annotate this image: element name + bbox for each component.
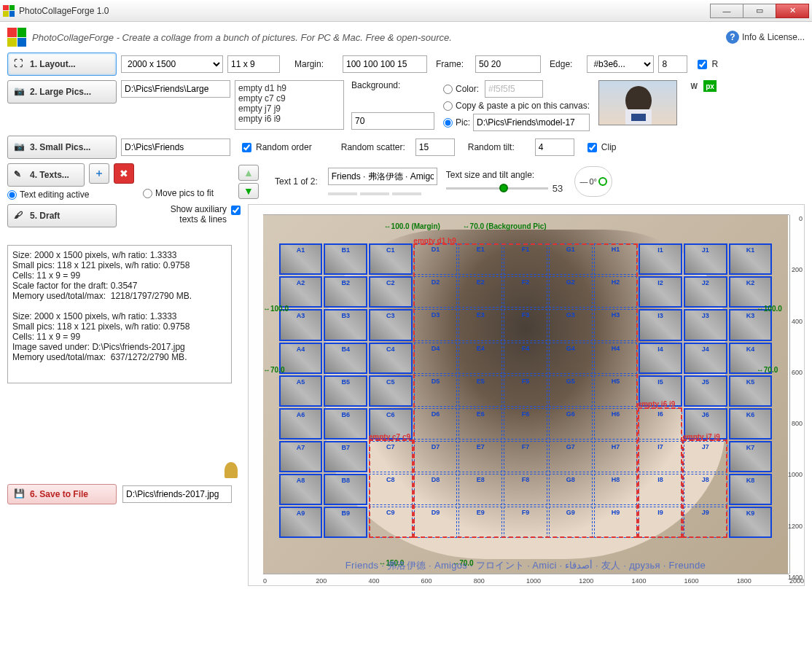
grid-input[interactable]	[227, 55, 280, 73]
save-path-input[interactable]	[122, 485, 232, 503]
resolution-select[interactable]: 2000 x 1500	[121, 55, 223, 73]
close-button[interactable]: ✕	[776, 4, 809, 18]
cell-A8[interactable]: A8	[279, 474, 323, 505]
bg-copy-label: Copy & paste a pic on this canvas:	[456, 101, 590, 111]
cell-J2[interactable]: J2	[684, 276, 727, 308]
cell-B7[interactable]: B7	[324, 441, 367, 472]
texts-button[interactable]: ✎ 4. Texts...	[7, 163, 85, 187]
y-tick: 200	[792, 266, 803, 273]
canvas-inner: A1B1C1D1E1F1G1H1I1J1K1A2B2C2D2E2F2G2H2I2…	[263, 215, 788, 574]
cell-B4[interactable]: B4	[324, 343, 367, 374]
cell-C5[interactable]: C5	[369, 375, 413, 407]
cell-C1[interactable]: C1	[369, 243, 413, 275]
cell-B2[interactable]: B2	[324, 276, 367, 308]
random-order-checkbox[interactable]	[242, 143, 251, 152]
cell-K7[interactable]: K7	[729, 441, 773, 472]
cell-C4[interactable]: C4	[369, 343, 413, 374]
cell-K2[interactable]: K2	[729, 276, 773, 308]
cell-B5[interactable]: B5	[324, 375, 367, 407]
small-pics-path-input[interactable]	[121, 138, 230, 156]
draft-button[interactable]: 🖌 5. Draft	[7, 204, 117, 227]
bg-pic-radio[interactable]	[443, 118, 453, 128]
cell-J5[interactable]: J5	[684, 375, 727, 407]
cell-K5[interactable]: K5	[729, 375, 773, 407]
save-to-file-button[interactable]: 💾 6. Save to File	[7, 484, 117, 504]
bell-icon[interactable]	[225, 462, 238, 478]
cell-B1[interactable]: B1	[324, 243, 367, 275]
cell-B3[interactable]: B3	[324, 309, 367, 340]
pixabay-icon[interactable]: px	[703, 80, 717, 92]
small-pics-button[interactable]: 📷 3. Small Pics...	[7, 136, 117, 159]
cell-C2[interactable]: C2	[369, 276, 413, 308]
margin-input[interactable]	[343, 55, 427, 73]
wikipedia-icon[interactable]: W	[687, 80, 700, 92]
large-pics-path-input[interactable]	[121, 80, 230, 98]
r-checkbox[interactable]	[698, 60, 707, 69]
empties-textarea[interactable]: empty d1 h9 empty c7 c9 empty j7 j9 empt…	[235, 80, 344, 130]
text-value-input[interactable]	[328, 168, 437, 185]
cell-I2[interactable]: I2	[639, 276, 682, 308]
cell-A7[interactable]: A7	[279, 441, 323, 472]
cell-I1[interactable]: I1	[639, 243, 682, 275]
cell-I3[interactable]: I3	[639, 309, 682, 340]
cell-A1[interactable]: A1	[279, 243, 323, 275]
cell-I4[interactable]: I4	[639, 343, 682, 374]
cell-B6[interactable]: B6	[324, 408, 367, 440]
scatter-label: Random scatter:	[341, 142, 405, 152]
bg-copy-radio[interactable]	[443, 101, 453, 111]
margin-annotation: ↔100.0 (Margin)	[384, 222, 440, 230]
text-size-slider[interactable]	[446, 187, 548, 190]
text-down-button[interactable]: ▼	[238, 183, 259, 199]
aux-checkbox[interactable]	[231, 206, 241, 215]
frame-input[interactable]	[475, 55, 541, 73]
cell-A4[interactable]: A4	[279, 343, 323, 374]
y-tick: 0	[799, 215, 803, 222]
cell-B8[interactable]: B8	[324, 474, 367, 505]
minimize-button[interactable]: —	[710, 4, 743, 18]
r-label: R	[711, 59, 718, 69]
bg-pic-path-input[interactable]	[473, 114, 590, 131]
add-text-button[interactable]: ＋	[89, 163, 109, 184]
y-tick: 800	[792, 420, 803, 427]
cell-A2[interactable]: A2	[279, 276, 323, 308]
text-editing-radio[interactable]	[7, 190, 17, 200]
empty-line: empty d1 h9	[238, 83, 340, 93]
large-pics-button[interactable]: 📷 2. Large Pics...	[7, 80, 117, 104]
cell-K8[interactable]: K8	[729, 474, 773, 505]
edge-color-select[interactable]: #b3e6...	[587, 55, 654, 73]
bg-color-radio[interactable]	[443, 85, 453, 94]
angle-dial[interactable]: — 0°	[574, 166, 612, 197]
cell-J3[interactable]: J3	[684, 309, 727, 340]
bg-pic-label: Pic:	[456, 117, 470, 128]
clip-checkbox[interactable]	[587, 143, 597, 152]
cell-A3[interactable]: A3	[279, 309, 323, 340]
margin-annotation: ↔100.0	[757, 305, 782, 313]
margin-annotation: ↔70.0	[757, 366, 778, 374]
cell-K3[interactable]: K3	[729, 309, 773, 340]
collage-bottom-text: Friends · 弗洛伊德 · Amigos · フロイント · Amici …	[279, 559, 773, 572]
x-tick: 200	[316, 577, 327, 585]
info-license-button[interactable]: ? Info & License...	[726, 31, 805, 44]
layout-button[interactable]: ⛶ 1. Layout...	[7, 52, 117, 76]
maximize-button[interactable]: ▭	[743, 4, 776, 18]
cell-B9[interactable]: B9	[324, 507, 367, 538]
cell-J1[interactable]: J1	[684, 243, 727, 275]
remove-text-button[interactable]: ✖	[114, 163, 134, 184]
edge-px-input[interactable]	[658, 55, 687, 73]
text-up-button[interactable]: ▲	[238, 165, 259, 181]
cell-A5[interactable]: A5	[279, 375, 323, 407]
cell-K9[interactable]: K9	[729, 507, 773, 538]
cell-A9[interactable]: A9	[279, 507, 323, 538]
x-tick: 800	[474, 577, 485, 585]
cell-J4[interactable]: J4	[684, 343, 727, 374]
background-input[interactable]	[351, 112, 434, 130]
cell-A6[interactable]: A6	[279, 408, 323, 440]
cell-C3[interactable]: C3	[369, 309, 413, 340]
scatter-input[interactable]	[415, 138, 455, 156]
cell-K1[interactable]: K1	[729, 243, 773, 275]
window-title: PhotoCollageForge 1.0	[19, 6, 109, 16]
tilt-input[interactable]	[535, 138, 574, 156]
cell-K6[interactable]: K6	[729, 408, 773, 440]
move-fit-radio[interactable]	[143, 189, 152, 198]
canvas-preview[interactable]: 0200400600800100012001400 02004006008001…	[248, 204, 805, 586]
